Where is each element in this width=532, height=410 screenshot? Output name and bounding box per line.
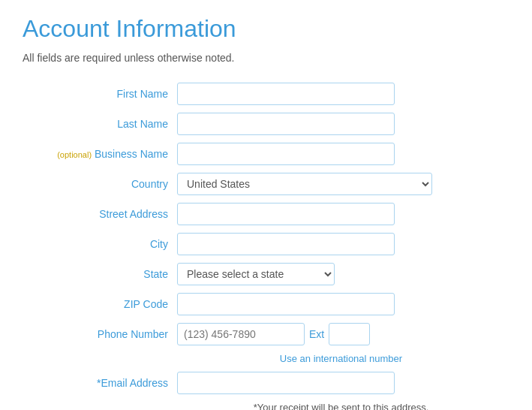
zip-code-row: ZIP Code	[23, 289, 509, 319]
phone-number-row: Phone Number Ext	[23, 319, 509, 349]
street-address-row: Street Address	[23, 199, 509, 229]
street-address-label: Street Address	[99, 208, 168, 220]
state-row: State Please select a state Alabama Alas…	[23, 259, 509, 289]
street-address-input[interactable]	[177, 203, 395, 225]
last-name-row: Last Name	[23, 109, 509, 139]
form-subtitle: All fields are required unless otherwise…	[23, 52, 509, 64]
city-row: City	[23, 229, 509, 259]
zip-code-label: ZIP Code	[124, 298, 168, 310]
city-input[interactable]	[177, 233, 395, 255]
business-name-row: (optional) Business Name	[23, 139, 509, 169]
ext-label: Ext	[309, 328, 324, 340]
phone-number-input[interactable]	[177, 323, 305, 345]
ext-input[interactable]	[329, 323, 370, 345]
state-select[interactable]: Please select a state Alabama Alaska Ari…	[177, 263, 335, 285]
email-label: *Email Address	[97, 377, 168, 389]
business-name-input[interactable]	[177, 143, 395, 165]
last-name-label: Last Name	[117, 118, 168, 130]
email-row: *Email Address	[23, 368, 509, 398]
first-name-row: First Name	[23, 79, 509, 109]
country-select[interactable]: United States Canada United Kingdom Aust…	[177, 173, 432, 195]
phone-input-group: Ext	[177, 323, 505, 345]
email-note-row: *Your receipt will be sent to this addre…	[23, 398, 509, 410]
city-label: City	[150, 238, 168, 250]
zip-code-input[interactable]	[177, 293, 395, 315]
last-name-input[interactable]	[177, 113, 395, 135]
optional-tag: (optional)	[57, 150, 92, 159]
phone-number-label: Phone Number	[98, 328, 168, 340]
business-name-label: Business Name	[95, 148, 168, 160]
first-name-input[interactable]	[177, 83, 395, 105]
country-row: Country United States Canada United King…	[23, 169, 509, 199]
intl-link-row: Use an international number	[23, 349, 509, 368]
state-label: State	[143, 268, 168, 280]
email-input[interactable]	[177, 372, 395, 394]
country-label: Country	[131, 178, 168, 190]
intl-number-link[interactable]: Use an international number	[177, 353, 505, 364]
email-note: *Your receipt will be sent to this addre…	[177, 402, 505, 410]
page-title: Account Information	[23, 15, 509, 43]
first-name-label: First Name	[117, 88, 168, 100]
account-form: First Name Last Name (optional) Business…	[23, 79, 509, 410]
